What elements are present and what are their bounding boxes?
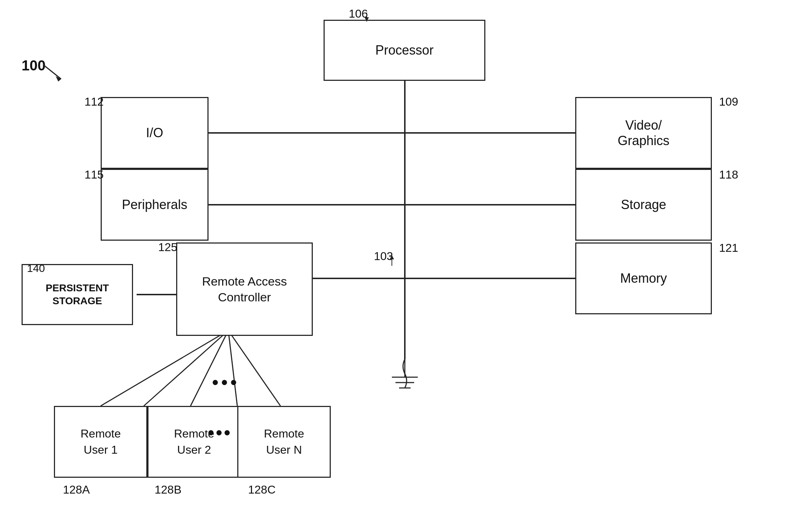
video-graphics-ref: 109 [719,95,738,108]
rac-box: Remote Access Controller [176,242,313,336]
remote-user-2-ref: 128B [155,483,182,496]
rac-ref: 125 [158,241,177,254]
video-graphics-box: Video/ Graphics [575,97,712,169]
svg-line-13 [228,330,237,406]
svg-marker-21 [365,17,369,22]
io-box: I/O [101,97,209,169]
svg-line-10 [191,330,228,406]
remote-user-n-ref: 128C [248,483,276,496]
svg-line-9 [101,330,228,406]
peripherals-ref: 115 [84,168,104,181]
processor-box: Processor [324,20,485,81]
svg-marker-23 [390,255,394,259]
memory-box: Memory [575,242,712,314]
svg-line-18 [43,65,61,79]
ellipsis-users: ••• [208,422,232,443]
svg-line-11 [228,330,280,406]
figure-arrow [40,61,68,83]
peripherals-box: Peripherals [101,169,209,241]
memory-ref: 121 [719,241,738,255]
remote-user-n-box: Remote User N [237,406,331,478]
storage-ref: 118 [719,168,738,181]
processor-ref-arrow [356,11,377,23]
svg-line-12 [144,330,228,406]
persistent-storage-ref: 140 [27,262,45,274]
io-ref: 112 [84,95,104,108]
storage-box: Storage [575,169,712,241]
bus-ref-arrow [381,251,403,269]
ellipsis-fan: ••• [212,372,240,393]
diagram: { "diagram": { "title": "System Architec… [0,0,810,532]
remote-user-1-box: Remote User 1 [54,406,147,478]
remote-user-1-ref: 128A [63,483,90,496]
